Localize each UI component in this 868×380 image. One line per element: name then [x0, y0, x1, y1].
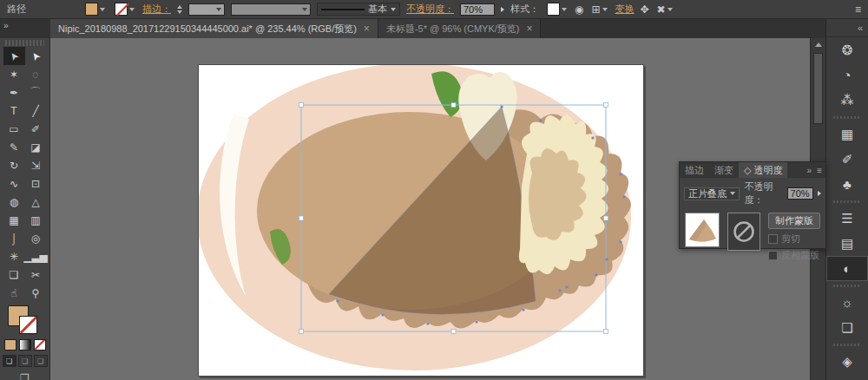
dock-layers-icon[interactable]: ◈: [826, 349, 868, 374]
tool-magic-wand[interactable]: ✶: [3, 65, 25, 83]
tool-lasso[interactable]: ◌: [25, 65, 47, 83]
scrollbar-thumb[interactable]: [813, 53, 823, 124]
tool-gradient[interactable]: ▥: [25, 211, 47, 229]
opacity-mask-slot[interactable]: [727, 213, 760, 251]
stroke-color-dropdown[interactable]: [113, 3, 136, 16]
dock-color-icon[interactable]: ❂: [826, 37, 868, 62]
recolor-artwork-icon[interactable]: ◉: [575, 4, 583, 15]
tab-transparency[interactable]: ◇ 透明度: [739, 162, 787, 178]
align-icon: ⊞: [591, 4, 600, 15]
tool-rectangle[interactable]: ▭: [3, 120, 25, 138]
dock-group-divider: [833, 282, 861, 289]
panel-collapse-icon[interactable]: »: [807, 166, 812, 175]
close-icon[interactable]: ×: [364, 23, 370, 35]
tool-free-transform[interactable]: ⊡: [25, 174, 47, 193]
dock-appearance-icon[interactable]: ☼: [826, 290, 868, 315]
tool-shape-builder[interactable]: ◍: [3, 193, 25, 211]
dock-stroke-icon[interactable]: ☰: [826, 206, 868, 231]
tool-paintbrush[interactable]: ✐: [25, 120, 47, 138]
stroke-indicator-none[interactable]: [19, 316, 37, 334]
document-tab-1[interactable]: Nipic_20180988_20171229150344445000.ai* …: [50, 19, 378, 38]
tool-width[interactable]: ∿: [3, 174, 25, 193]
panel-opacity-field[interactable]: 70%: [787, 187, 813, 200]
style-swatch[interactable]: [547, 3, 560, 16]
tool-eraser[interactable]: ◪: [25, 138, 47, 156]
tool-curvature[interactable]: ⌒: [25, 83, 47, 102]
stroke-profile-dropdown[interactable]: [231, 3, 311, 16]
toolbar-collapse-button[interactable]: »: [0, 19, 50, 38]
dock-graphic-styles-icon[interactable]: ❏: [826, 315, 868, 340]
dock-symbols-icon[interactable]: ♣: [826, 172, 868, 197]
panel-menu-icon[interactable]: ≡: [855, 4, 861, 15]
gradient-button[interactable]: [19, 339, 31, 351]
dock-brushes-icon[interactable]: ✐: [826, 147, 868, 172]
panel-flyout-menu-icon[interactable]: ≡: [817, 166, 822, 175]
opacity-label[interactable]: 不透明度：: [406, 3, 454, 16]
draw-inside-mode-button[interactable]: ❏: [34, 355, 48, 367]
brush-definition-dropdown[interactable]: 基本: [317, 3, 400, 16]
close-icon[interactable]: ×: [526, 23, 532, 35]
clip-checkbox[interactable]: 剪切: [768, 233, 820, 246]
free-transform-icon[interactable]: ✥: [641, 4, 649, 15]
dock-transparency-icon[interactable]: ◐: [826, 256, 868, 281]
pancake-artwork: [199, 65, 643, 376]
tool-type[interactable]: T: [3, 102, 25, 120]
transform-label[interactable]: 变换: [615, 3, 635, 16]
tool-grid: ➤➤✶◌✒⌒T╱▭✐✎◪↻⇲∿⊡◍△▦▥⌡◎✳▁▃▅❏✂☝⚲: [0, 47, 49, 302]
brush-definition-value: 基本: [368, 3, 387, 16]
tool-symbol-sprayer[interactable]: ✳: [3, 247, 25, 265]
fill-color-swatch[interactable]: [85, 3, 98, 16]
opacity-field[interactable]: 70%: [460, 3, 495, 16]
object-thumbnail[interactable]: [685, 213, 720, 247]
invert-mask-checkbox[interactable]: 反相蒙版: [768, 249, 820, 262]
tool-scale[interactable]: ⇲: [25, 156, 47, 174]
tool-rotate[interactable]: ↻: [3, 156, 25, 174]
stroke-weight-label[interactable]: 描边：: [142, 3, 171, 16]
tool-direct-selection[interactable]: ➤: [25, 47, 47, 65]
distort-options-button[interactable]: ✖: [655, 3, 674, 16]
blend-controls: 正片叠底 不透明度： 70%: [680, 178, 825, 209]
dock-swatches-icon[interactable]: ▦: [826, 121, 868, 147]
stroke-weight-stepper[interactable]: [177, 5, 182, 14]
dock-gradient-icon[interactable]: ▤: [826, 231, 868, 256]
dock-gradient-quarter-icon[interactable]: ◔: [826, 62, 868, 88]
artboard[interactable]: [198, 64, 644, 377]
tool-perspective-grid[interactable]: △: [25, 193, 47, 211]
dock-expand-button[interactable]: «: [826, 19, 868, 37]
screen-mode-button[interactable]: ❐: [17, 372, 33, 380]
draw-normal-mode-button[interactable]: ❏: [3, 355, 16, 367]
style-dropdown[interactable]: [545, 3, 569, 16]
panel-opacity-expand-arrow[interactable]: [818, 191, 821, 196]
control-bar: 路径 描边： 基本 不透明度： 70% 样式： ◉ ⊞: [0, 0, 868, 19]
dock-artboards-icon[interactable]: ❐: [826, 374, 868, 380]
tool-eyedropper[interactable]: ⌡: [3, 229, 25, 247]
stroke-weight-field[interactable]: [188, 3, 225, 16]
tool-artboard[interactable]: ❏: [3, 265, 25, 284]
tool-line-segment[interactable]: ╱: [25, 102, 47, 120]
document-tab-2[interactable]: 未标题-5* @ 96% (CMYK/预览) ×: [378, 19, 542, 38]
scroll-up-arrow[interactable]: [811, 38, 825, 51]
align-options-button[interactable]: ⊞: [589, 3, 608, 16]
make-mask-button[interactable]: 制作蒙版: [768, 213, 820, 229]
dock-color-guide-icon[interactable]: ⁂: [826, 88, 868, 113]
chevron-down-icon: [129, 8, 135, 11]
color-button[interactable]: [4, 339, 16, 351]
fill-color-dropdown[interactable]: [83, 3, 107, 16]
tools-panel-drag-bar[interactable]: [5, 40, 44, 46]
tool-slice[interactable]: ✂: [25, 265, 47, 284]
tool-blend[interactable]: ◎: [25, 229, 47, 247]
tool-selection[interactable]: ➤: [3, 47, 25, 65]
tool-pen[interactable]: ✒: [3, 83, 25, 102]
opacity-expand-arrow[interactable]: [501, 7, 504, 12]
blend-mode-dropdown[interactable]: 正片叠底: [684, 187, 740, 200]
tab-gradient[interactable]: 渐变: [709, 162, 739, 178]
stroke-none-swatch[interactable]: [115, 3, 128, 16]
tab-stroke[interactable]: 描边: [680, 162, 709, 178]
tool-column-graph[interactable]: ▁▃▅: [25, 247, 47, 265]
none-button[interactable]: [34, 339, 46, 351]
tool-mesh[interactable]: ▦: [3, 211, 25, 229]
tool-zoom[interactable]: ⚲: [25, 284, 47, 302]
tool-hand[interactable]: ☝: [3, 284, 25, 302]
draw-behind-mode-button[interactable]: ❏: [18, 355, 32, 367]
tool-pencil[interactable]: ✎: [3, 138, 25, 156]
